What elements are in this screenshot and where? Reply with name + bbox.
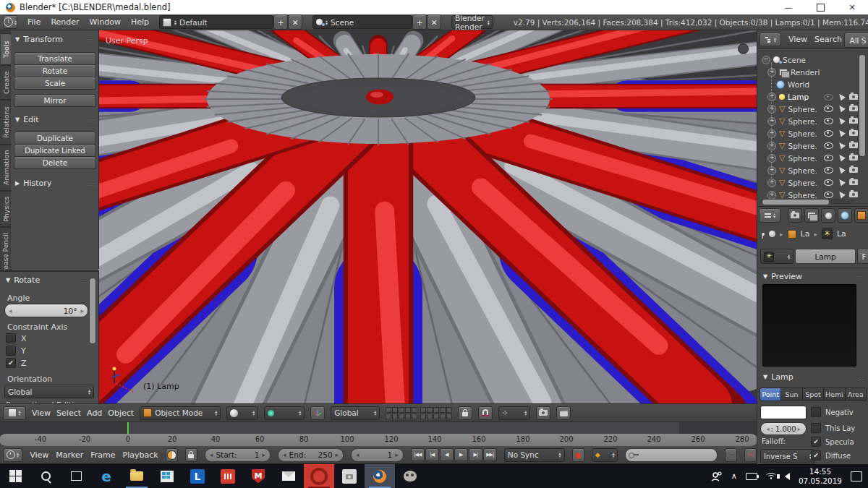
lamp-restrict-columns2[interactable]	[838, 93, 858, 100]
volume-icon[interactable]	[785, 473, 790, 480]
restrict-columns[interactable]	[838, 154, 858, 160]
renderable-icon[interactable]	[849, 155, 858, 160]
outliner-row-sphere[interactable]: + ▽ Sphere.	[767, 115, 817, 127]
taskbar-app-red[interactable]	[213, 464, 243, 488]
play-button[interactable]: ▶	[454, 448, 468, 461]
maximize-button[interactable]	[804, 0, 836, 14]
render-opengl-button[interactable]	[536, 406, 550, 420]
tab-render-layers[interactable]	[804, 208, 819, 223]
menu-view[interactable]: View	[30, 450, 48, 460]
renderable-icon[interactable]	[849, 106, 858, 111]
menu-search[interactable]: Search	[814, 35, 842, 44]
delete-layout-button[interactable]: ✕	[288, 14, 302, 30]
diffuse-row[interactable]: ✔ Diffuse	[811, 450, 851, 461]
stepper-left-icon[interactable]: ◂	[766, 426, 769, 432]
start-button[interactable]	[0, 464, 30, 488]
selectable-icon[interactable]	[837, 128, 846, 137]
expand-icon[interactable]: +	[767, 93, 776, 101]
keying-set-field[interactable]	[625, 448, 717, 462]
snap-toggle-button[interactable]	[478, 406, 493, 420]
restrict-columns[interactable]	[838, 105, 858, 111]
object-crumb-label[interactable]: La	[801, 229, 810, 239]
lamp-datablock-dropdown[interactable]: ✳ ▴▾	[760, 249, 793, 264]
outliner-row-sphere[interactable]: + ▽ Sphere.	[767, 152, 817, 164]
delete-keyframe-button[interactable]: ✂	[744, 448, 757, 462]
rotate-button[interactable]: Rotate	[14, 64, 96, 77]
add-layout-button[interactable]: +	[273, 14, 288, 30]
hide-icon[interactable]	[824, 179, 833, 186]
tab-world[interactable]	[838, 208, 852, 223]
hide-icon[interactable]	[824, 118, 833, 124]
panel-header-rotate[interactable]: ▼ Rotate	[6, 275, 40, 285]
expand-icon[interactable]: +	[767, 191, 776, 200]
tab-create[interactable]: Create	[1, 65, 12, 100]
start-frame-field[interactable]: ◂ Start: 1 ▸	[205, 448, 271, 462]
lock-time-button[interactable]	[185, 448, 197, 462]
renderable-icon[interactable]	[849, 192, 858, 197]
this-layer-checkbox[interactable]	[811, 423, 821, 433]
restrict-columns[interactable]	[838, 142, 858, 148]
wifi-icon[interactable]	[766, 473, 776, 480]
renderable-icon[interactable]	[849, 130, 858, 136]
task-view-button[interactable]	[61, 464, 91, 488]
outliner-row-sphere[interactable]: + ▽ Sphere.	[767, 127, 817, 140]
restrict-columns[interactable]	[824, 106, 833, 112]
expand-icon[interactable]: +	[767, 179, 776, 187]
taskbar-clock[interactable]: 14:55 07.05.2019	[799, 467, 842, 486]
scene-selector[interactable]: ▴▾ Scene	[312, 15, 412, 29]
lamp-type-sun[interactable]: Sun	[781, 388, 802, 401]
restrict-columns[interactable]	[824, 142, 833, 149]
tab-tools[interactable]: Tools	[1, 33, 12, 65]
menu-marker[interactable]: Marker	[56, 450, 83, 460]
duplicate-linked-button[interactable]: Duplicate Linked	[14, 144, 96, 157]
slider-right-arrow-icon[interactable]: ▸	[77, 307, 88, 314]
specular-checkbox[interactable]: ✔	[811, 437, 821, 447]
hide-icon[interactable]	[824, 142, 833, 149]
render-engine-selector[interactable]: Blender Render ▴▾	[451, 15, 493, 29]
expand-icon[interactable]: +	[767, 105, 776, 114]
menu-file[interactable]: File	[27, 17, 41, 27]
menu-help[interactable]: Help	[131, 17, 149, 27]
outliner-label[interactable]: Renderl	[791, 68, 820, 77]
layer-grid-left[interactable]	[386, 407, 417, 419]
panel-header-preview[interactable]: ▼ Preview	[763, 272, 802, 281]
tab-relations[interactable]: Relations	[1, 100, 12, 145]
keying-set-dropdown[interactable]: ◆ ▴▾	[592, 448, 618, 462]
axis-z-checkbox[interactable]: ✔	[6, 358, 16, 368]
stepper-right-icon[interactable]: ▸	[262, 451, 265, 458]
editor-type-button[interactable]: ▴▾	[3, 406, 26, 420]
taskbar-blender[interactable]	[365, 464, 395, 488]
outliner-hscrollbar[interactable]	[762, 199, 830, 205]
expand-icon[interactable]: +	[767, 68, 776, 77]
mode-dropdown[interactable]: Object Mode ▴▾	[140, 406, 221, 420]
outliner-row-sphere[interactable]: + ▽ Sphere.	[767, 103, 817, 115]
expand-icon[interactable]: +	[767, 117, 776, 126]
menu-add[interactable]: Add	[87, 408, 102, 418]
selectable-icon[interactable]	[837, 103, 846, 112]
action-center-icon[interactable]	[851, 471, 862, 481]
layer-grid-right[interactable]	[420, 407, 452, 419]
restrict-columns[interactable]	[838, 117, 858, 124]
taskbar-store[interactable]	[152, 464, 182, 488]
jump-to-start-button[interactable]: |◀◀	[411, 448, 425, 461]
people-icon[interactable]	[711, 471, 723, 481]
renderable-icon[interactable]	[849, 94, 858, 100]
end-frame-field[interactable]: ◂ End: 250 ▸	[278, 448, 344, 462]
insert-keyframe-button[interactable]	[725, 448, 737, 462]
hide-icon[interactable]	[824, 130, 833, 137]
outliner-label[interactable]: Sphere.	[788, 129, 817, 138]
datablock-name-field[interactable]: Lamp	[795, 249, 856, 264]
falloff-dropdown[interactable]: Inverse S ▴▾	[760, 449, 815, 463]
outliner-row-sphere[interactable]: + ▽ Sphere.	[767, 164, 817, 176]
specular-row[interactable]: ✔ Specula	[811, 437, 854, 447]
restrict-columns[interactable]	[824, 155, 833, 161]
outliner-row-renderlayers[interactable]: + Renderl	[767, 66, 820, 78]
taskbar-edge[interactable]: e	[91, 464, 122, 488]
renderable-icon[interactable]	[849, 167, 858, 173]
selectable-icon[interactable]	[837, 153, 846, 161]
editor-type-button[interactable]: ▴▾	[3, 448, 22, 462]
pin-icon[interactable]	[762, 233, 765, 236]
outliner-label[interactable]: Lamp	[788, 93, 809, 101]
pivot-dropdown[interactable]: ▴▾	[264, 406, 305, 420]
outliner-label[interactable]: Sphere.	[788, 117, 817, 126]
